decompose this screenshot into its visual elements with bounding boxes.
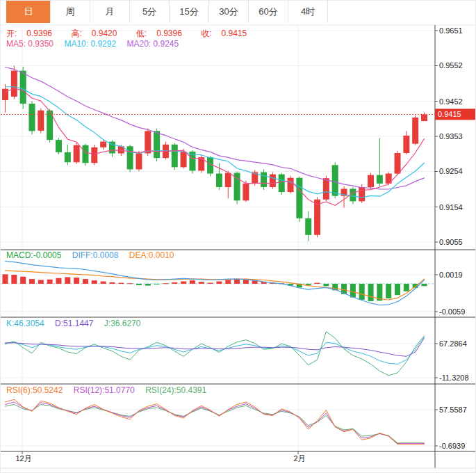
tab-month[interactable]: 月 [90, 1, 129, 23]
tab-60min[interactable]: 60分 [248, 1, 288, 23]
timeframe-tabbar: 日 周 月 5分 15分 30分 60分 4时 [1, 1, 475, 23]
svg-text:0.9651: 0.9651 [439, 26, 463, 35]
svg-text:0.9353: 0.9353 [439, 132, 463, 141]
svg-text:0.9415: 0.9415 [438, 110, 461, 118]
svg-text:0.9055: 0.9055 [439, 238, 463, 246]
svg-text:-0.6939: -0.6939 [439, 442, 465, 450]
x-axis-labels: 12月2月 [15, 451, 305, 463]
svg-text:57.5587: 57.5587 [439, 406, 467, 414]
k-line [6, 337, 425, 364]
tab-4hour[interactable]: 4时 [288, 1, 328, 23]
candlestick-layer [2, 65, 427, 241]
svg-text:-11.3208: -11.3208 [439, 374, 469, 382]
tab-day[interactable]: 日 [6, 1, 50, 23]
svg-text:67.2864: 67.2864 [439, 339, 467, 348]
tab-week[interactable]: 周 [50, 1, 90, 23]
d-line [6, 338, 425, 356]
y-axis-labels: 0.96510.95520.94520.93530.92540.91540.90… [435, 26, 469, 450]
rsi12-line [6, 402, 425, 444]
tab-30min[interactable]: 30分 [208, 1, 248, 23]
trading-chart-app: 日 周 月 5分 15分 30分 60分 4时 0.96510.95520.94… [0, 0, 476, 473]
current-price-tag: 0.9415 [435, 109, 476, 120]
ma10-line [6, 87, 425, 198]
svg-text:2月: 2月 [293, 454, 305, 463]
svg-text:12月: 12月 [15, 454, 31, 463]
svg-text:0.9552: 0.9552 [439, 61, 463, 70]
svg-text:0.9154: 0.9154 [439, 203, 463, 211]
svg-text:0.0019: 0.0019 [439, 271, 463, 279]
ma20-line [6, 67, 425, 190]
chart-area[interactable]: 0.96510.95520.94520.93530.92540.91540.90… [1, 23, 476, 473]
frame-lines [1, 25, 476, 468]
tab-15min[interactable]: 15分 [169, 1, 208, 23]
macd-histogram [3, 274, 427, 301]
svg-text:-0.0059: -0.0059 [439, 307, 465, 316]
tab-5min[interactable]: 5分 [129, 1, 169, 23]
chart-canvas[interactable]: 0.96510.95520.94520.93530.92540.91540.90… [1, 23, 476, 473]
svg-text:0.9452: 0.9452 [439, 97, 463, 106]
svg-text:0.9254: 0.9254 [439, 167, 463, 175]
grid-lines [1, 25, 435, 451]
